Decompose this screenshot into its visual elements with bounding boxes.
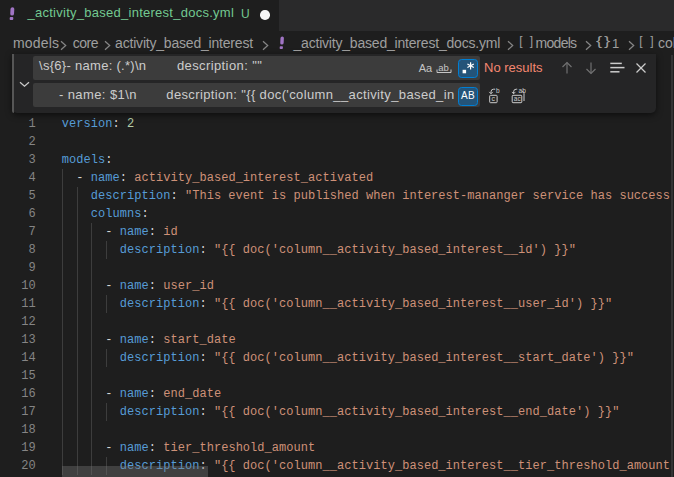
- svg-text:b: b: [495, 87, 499, 94]
- svg-text:ab: ab: [519, 87, 527, 94]
- svg-text:ab: ab: [438, 62, 449, 73]
- svg-text:ac: ac: [514, 95, 522, 102]
- svg-text:c: c: [491, 95, 495, 102]
